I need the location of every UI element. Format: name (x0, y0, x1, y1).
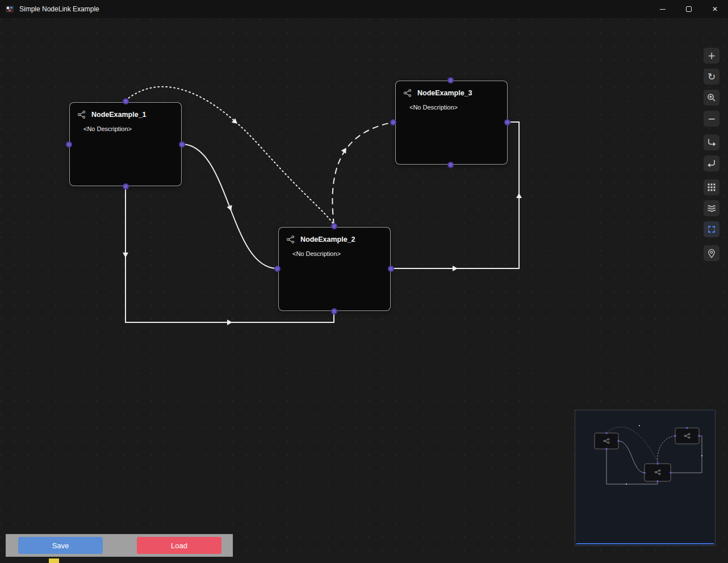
minimap-node-3 (675, 428, 699, 444)
node-description: <No Description> (83, 125, 181, 132)
minimize-icon (660, 9, 666, 10)
link-node2-top-to-node3-left[interactable] (332, 123, 392, 225)
node-description: <No Description> (292, 250, 390, 257)
minimap-link (618, 441, 645, 473)
port-node2-left[interactable] (274, 266, 281, 272)
grid-dots-icon (706, 182, 717, 193)
app-icon (5, 5, 14, 14)
port-node1-left[interactable] (66, 141, 72, 148)
node-share-icon (77, 110, 86, 119)
arrowhead-icon (227, 320, 232, 325)
minimap-node-1 (595, 433, 618, 449)
port-node3-left[interactable] (390, 119, 396, 125)
node-header: NodeExample_1 (70, 103, 181, 119)
close-icon: ✕ (712, 5, 718, 13)
node-nodeexample-1[interactable]: NodeExample_1 <No Description> (69, 102, 182, 186)
maximize-icon (686, 6, 692, 12)
close-button[interactable]: ✕ (702, 0, 728, 18)
pin-location-button[interactable] (704, 245, 719, 261)
minimap-node-2 (645, 464, 671, 481)
rotate-arrow-icon: ↻ (708, 72, 716, 82)
minimap-link (658, 436, 675, 463)
magnifier-plus-icon (706, 92, 717, 103)
node-title: NodeExample_3 (417, 89, 472, 97)
pin-tool-group (704, 245, 719, 261)
node-share-icon (403, 89, 412, 98)
arrowhead-icon (453, 266, 458, 271)
node-description: <No Description> (409, 104, 507, 111)
minimap[interactable] (575, 410, 716, 546)
save-button[interactable]: Save (18, 537, 103, 554)
file-toolbar: Save Load (6, 534, 233, 557)
node-editor-canvas[interactable]: NodeExample_1 <No Description> NodeExamp… (0, 18, 728, 563)
maximize-button[interactable] (676, 0, 702, 18)
app-window: Simple NodeLink Example ✕ (0, 0, 728, 563)
port-node1-top[interactable] (123, 98, 129, 104)
port-node3-bottom[interactable] (447, 162, 454, 168)
port-node1-right[interactable] (179, 141, 185, 148)
arrowhead-icon (341, 146, 349, 154)
side-toolbar: + ↻ − (704, 48, 719, 261)
zoom-search-button[interactable] (704, 90, 719, 106)
port-node3-right[interactable] (504, 119, 511, 125)
node-nodeexample-2[interactable]: NodeExample_2 <No Description> (278, 227, 391, 311)
waves-icon (705, 202, 718, 215)
minus-icon: − (708, 114, 716, 124)
port-node2-top[interactable] (331, 223, 337, 229)
layout-tool-group (704, 179, 719, 237)
return-arrow-button[interactable] (704, 156, 719, 171)
zoom-tool-group: + ↻ − (704, 48, 719, 127)
snap-grid-button[interactable] (704, 179, 719, 195)
node-share-icon (286, 235, 295, 244)
arrowhead-icon (516, 193, 522, 198)
step-arrow-button[interactable] (704, 135, 719, 150)
window-title: Simple NodeLink Example (19, 5, 99, 13)
arrow-tool-group (704, 135, 719, 171)
bottom-edge-yellow-fragment (49, 558, 59, 563)
plus-icon: + (708, 51, 716, 61)
port-node2-right[interactable] (388, 266, 394, 272)
fit-to-screen-button[interactable] (704, 221, 719, 237)
node-title: NodeExample_2 (300, 236, 355, 243)
arrowhead-icon (227, 205, 234, 212)
load-button[interactable]: Load (137, 537, 221, 554)
minimap-graph (575, 410, 715, 545)
window-controls: ✕ (650, 0, 728, 18)
minimize-button[interactable] (650, 0, 676, 18)
align-rows-button[interactable] (704, 200, 719, 216)
reset-view-button[interactable]: ↻ (704, 69, 719, 85)
node-title: NodeExample_1 (91, 111, 147, 119)
port-node1-bottom[interactable] (123, 183, 129, 190)
zoom-in-button[interactable]: + (704, 48, 719, 64)
map-pin-icon (705, 247, 718, 259)
port-node2-bottom[interactable] (331, 308, 337, 314)
port-node3-top[interactable] (447, 77, 454, 83)
node-header: NodeExample_2 (279, 228, 390, 244)
return-arrow-icon (705, 157, 718, 170)
zoom-out-button[interactable]: − (704, 111, 719, 127)
corner-right-arrow-icon (705, 136, 718, 149)
node-nodeexample-3[interactable]: NodeExample_3 <No Description> (395, 81, 508, 165)
arrowhead-icon (123, 253, 128, 258)
corner-brackets-icon (705, 223, 718, 236)
title-bar: Simple NodeLink Example ✕ (0, 0, 728, 18)
node-header: NodeExample_3 (396, 81, 507, 98)
